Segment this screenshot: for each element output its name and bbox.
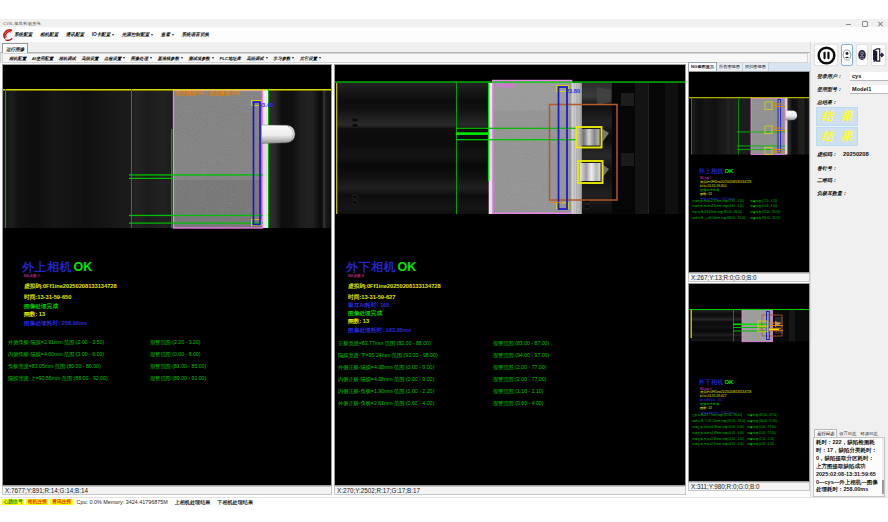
warning-range-text: 报警范围:(0.60 - 4.00) (493, 397, 543, 409)
toolbar-camera-debug[interactable]: 相机调试 (59, 56, 76, 61)
chevron-down-icon (181, 57, 183, 59)
camera-view-upper[interactable]: 固定阈值:93，动态阈值:100 53.48 外上相机OK NG次数:1 虚拟码… (2, 64, 332, 486)
toolbar-plc-address-lib[interactable]: PLC地址库 (219, 56, 241, 61)
measurement-text: 内侧负极-隔膜=4.60mm 范围:(3.00 - 6.00) (8, 348, 150, 360)
toolbar-learning-params[interactable]: 学习参数 (273, 56, 294, 61)
measurement-row: 外侧正极-负极=2.61mm 范围:(0.60 - 4.00)报警范围:(0.6… (338, 397, 549, 409)
log-scrollbar-thumb[interactable] (882, 480, 884, 494)
measurement-text: 负极宽度=83.05mm 范围:(80.00 - 86.00) (8, 360, 150, 372)
menu-item-language-switch[interactable]: 系统语言切换 (182, 32, 210, 37)
user-label: 登录用户： (817, 73, 842, 79)
vcode-label: 虚拟码： (817, 151, 837, 157)
user-input[interactable]: cys (850, 72, 888, 81)
tab-snapshot-view[interactable]: 抓拍图视图 (743, 63, 769, 71)
measurement-text: 外侧正极-负极=2.61mm 范围:(0.60 - 4.00) (692, 442, 747, 448)
turns-line: 圈数: 13 (24, 311, 45, 319)
menu-item-view[interactable]: 查看 (161, 32, 174, 37)
close-icon[interactable] (877, 20, 884, 27)
proc-time-line: 图像处理耗时: 183.00ms (348, 327, 411, 335)
cpu-memory-text: Cpu: 0.0% Memory: 3424.41796875M (77, 499, 168, 505)
warning-range-text: 报警范围:(83.00 - 87.00) (493, 337, 549, 349)
camera-connect-badge: 相机连接 (26, 499, 48, 506)
tab-ng-view[interactable]: NG视图显示 (688, 62, 717, 71)
status-bar: 心跳信号 相机连接 通讯连接 Cpu: 0.0% Memory: 3424.41… (0, 497, 888, 506)
ng-count: NG次数:1 (24, 274, 40, 278)
user-manage-button[interactable] (856, 44, 868, 66)
measurement-text: 隔膜宽度-下=95.24mm 范围:(93.00 - 98.00) (338, 349, 493, 361)
mini-view-upper[interactable]: 外上相机OK NG次数:1 虚拟码:0Ff1ine202502081331347… (688, 71, 810, 273)
camera-name: 外下相机 (346, 260, 396, 274)
menu-item-label: IO卡配置 (92, 32, 111, 37)
screen: CVS-视觉检测系统 系统配置 相机配置 通讯配置 IO卡配置 光源控制配置 查… (0, 0, 888, 522)
time-line: 时间:13-31-59-650 (24, 294, 71, 302)
result-display-lower: 结 果 (816, 127, 858, 146)
measurement-row: 隔膜宽度-上=90.56mm 范围:(88.00 - 92.00)报警范围:(8… (692, 216, 780, 222)
time-line: 时间:13-31-59-627 (348, 294, 395, 302)
model-label: 使用型号： (817, 86, 842, 92)
pause-button[interactable] (814, 44, 838, 66)
toolbar-label: 基准线参数 (157, 56, 178, 61)
exit-button[interactable] (871, 44, 886, 66)
camera-name: 外下相机 (699, 379, 723, 385)
menu-item-label: 查看 (161, 32, 170, 37)
done-line: 图像处理完成 (348, 310, 382, 318)
camera-view-lower[interactable]: AI检测区 23.80 外下相机OK NG次数:0 虚拟码:0Ff1ine202… (334, 64, 686, 486)
warning-range-text: 报警范围:(89.00 - 91.00) (150, 372, 206, 384)
comm-connect-badge: 通讯连接 (50, 499, 72, 506)
log-line: 上方图提取缺陷成功 (816, 463, 882, 471)
log-scrollbar[interactable] (882, 438, 884, 496)
toolbar-image-processing[interactable]: 图像处理 (131, 56, 152, 61)
toolbar-baseline-params[interactable]: 基准线参数 (157, 56, 182, 61)
tab-all-images-view[interactable]: 所有图视图 (717, 63, 743, 71)
toolbar-label: 其它设置 (300, 56, 317, 61)
menu-item-comm-config[interactable]: 通讯配置 (66, 32, 84, 37)
menu-item-system-config[interactable]: 系统配置 (14, 32, 32, 37)
mini-view-tabs: NG视图显示 所有图视图 抓拍图视图 (688, 63, 810, 71)
maximize-icon[interactable] (861, 20, 868, 27)
warning-range-text: 报警范围:(2.00 - 77.00) (493, 373, 546, 385)
toolbar-spot-check[interactable]: 点检设置 (104, 56, 125, 61)
user-icon (842, 46, 852, 64)
heartbeat-badge: 心跳信号 (2, 499, 24, 506)
pause-icon (816, 45, 837, 66)
proc-time-line: 图像处理耗时: 258.00ms (24, 320, 87, 328)
menu-item-camera-config[interactable]: 相机配置 (40, 32, 58, 37)
measure-value-label: 53.48 (259, 102, 273, 108)
model-input[interactable]: Model1 (850, 85, 888, 94)
toolbar-label: 点检设置 (104, 56, 121, 61)
top-buttons (814, 44, 886, 66)
measurement-rows: 外侧负极-隔膜=2.91mm 范围:(2.00 - 3.50)报警范围:(2.2… (8, 336, 206, 384)
measurement-row: 外侧正极-负极=2.61mm 范围:(0.60 - 4.00)报警范围:(0.6… (692, 442, 777, 448)
toolbar-advanced-debug[interactable]: 高级调试 (246, 56, 267, 61)
user-button[interactable] (841, 44, 853, 66)
measure-value-label: 23.80 (566, 88, 580, 94)
minimize-icon[interactable] (845, 20, 852, 27)
result-ok: OK (73, 260, 92, 274)
menu-item-io-card-config[interactable]: IO卡配置 (92, 32, 115, 37)
upper-camera-result-text: 上相机处理结果 (175, 499, 211, 506)
chevron-down-icon (319, 57, 321, 59)
menu-item-label: 光源控制配置 (122, 32, 150, 37)
coords-bar-mini-lower: X:311;Y:980;R:0;G:0;B:0 (688, 482, 810, 491)
camera-name: 外上相机 (22, 260, 72, 274)
warning-range-text: 报警范围:(1.10 - 2.10) (493, 385, 543, 397)
toolbar-camera-config[interactable]: 相机配置 (9, 56, 26, 61)
menu-item-light-control-config[interactable]: 光源控制配置 (122, 32, 154, 37)
toolbar-label: AI使用配置 (32, 56, 54, 61)
toolbar-test-item-params[interactable]: 测试项参数 (188, 56, 213, 61)
log-output: 耗时：222，缺陷检测耗 时：17，缺陷分类耗时： 0，缺陷提取分区耗时： 上方… (813, 437, 885, 497)
result-ok: OK (397, 260, 416, 274)
ai-area-label: AI检测区 (495, 82, 515, 88)
camera-image-upper (3, 65, 332, 486)
toolbar-other-settings[interactable]: 其它设置 (300, 56, 321, 61)
measurement-row: 负极宽度=83.05mm 范围:(80.00 - 86.00)报警范围:(81.… (8, 360, 206, 372)
logout-icon (872, 46, 885, 64)
log-line: 时：17，缺陷分类耗时： (816, 447, 882, 455)
toolbar-advanced-settings[interactable]: 高级设置 (81, 56, 98, 61)
toolbar-label: 图像处理 (131, 56, 148, 61)
mini-view-lower[interactable]: 外下相机OK NG次数:0 虚拟码:0Ff1ine202502081331347… (688, 283, 810, 482)
toolbar-ai-use-config[interactable]: AI使用配置 (32, 56, 54, 61)
log-line: 耗时：222，缺陷检测耗 (816, 439, 882, 447)
ai-time-line: 极耳AI耗时: 165 (348, 302, 389, 310)
warning-range-text: 报警范围:(0.60 - 4.00) (747, 442, 774, 448)
